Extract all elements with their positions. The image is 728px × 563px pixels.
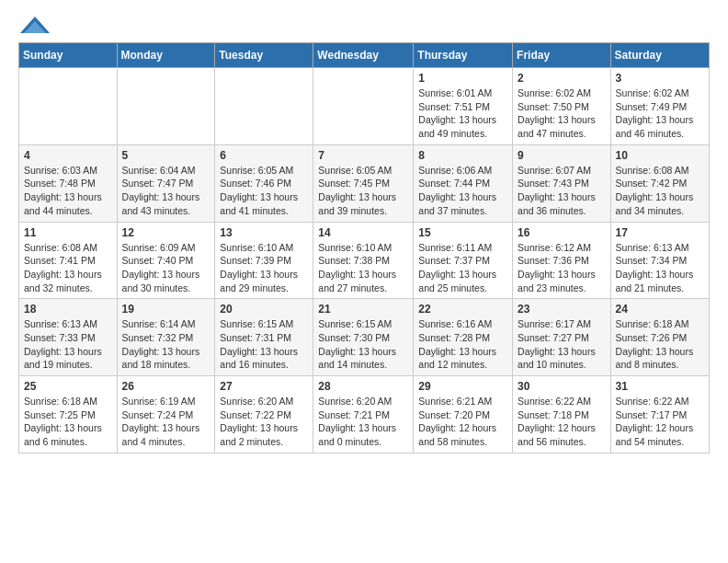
day-info: Sunrise: 6:03 AMSunset: 7:48 PMDaylight:… — [24, 164, 112, 218]
logo-icon — [18, 15, 51, 33]
day-number: 10 — [616, 149, 704, 162]
calendar-cell: 17Sunrise: 6:13 AMSunset: 7:34 PMDayligh… — [610, 222, 709, 299]
day-info: Sunrise: 6:02 AMSunset: 7:50 PMDaylight:… — [518, 86, 606, 141]
calendar-cell: 4Sunrise: 6:03 AMSunset: 7:48 PMDaylight… — [19, 144, 118, 222]
calendar-cell: 20Sunrise: 6:15 AMSunset: 7:31 PMDayligh… — [215, 299, 313, 376]
day-info: Sunrise: 6:20 AMSunset: 7:21 PMDaylight:… — [318, 395, 408, 449]
col-header-sunday: Sunday — [19, 43, 118, 68]
day-info: Sunrise: 6:01 AMSunset: 7:51 PMDaylight:… — [418, 86, 507, 141]
calendar-cell — [313, 68, 414, 145]
day-info: Sunrise: 6:07 AMSunset: 7:43 PMDaylight:… — [518, 164, 606, 218]
header — [18, 15, 710, 33]
calendar-cell: 26Sunrise: 6:19 AMSunset: 7:24 PMDayligh… — [117, 376, 215, 454]
calendar-cell: 9Sunrise: 6:07 AMSunset: 7:43 PMDaylight… — [513, 144, 611, 222]
day-number: 19 — [122, 303, 210, 316]
day-number: 15 — [418, 226, 507, 239]
day-number: 5 — [122, 149, 210, 162]
calendar-cell: 18Sunrise: 6:13 AMSunset: 7:33 PMDayligh… — [19, 299, 118, 376]
calendar-cell: 7Sunrise: 6:05 AMSunset: 7:45 PMDaylight… — [313, 144, 414, 222]
col-header-thursday: Thursday — [414, 43, 513, 68]
day-number: 13 — [220, 226, 308, 239]
col-header-saturday: Saturday — [610, 43, 709, 68]
calendar-cell: 31Sunrise: 6:22 AMSunset: 7:17 PMDayligh… — [610, 376, 709, 454]
calendar-cell: 2Sunrise: 6:02 AMSunset: 7:50 PMDaylight… — [513, 68, 611, 145]
day-info: Sunrise: 6:22 AMSunset: 7:17 PMDaylight:… — [616, 395, 704, 449]
day-info: Sunrise: 6:13 AMSunset: 7:34 PMDaylight:… — [616, 241, 704, 295]
day-info: Sunrise: 6:05 AMSunset: 7:45 PMDaylight:… — [318, 164, 408, 218]
calendar-cell: 19Sunrise: 6:14 AMSunset: 7:32 PMDayligh… — [117, 299, 215, 376]
calendar-cell: 30Sunrise: 6:22 AMSunset: 7:18 PMDayligh… — [513, 376, 611, 454]
week-row: 11Sunrise: 6:08 AMSunset: 7:41 PMDayligh… — [19, 222, 710, 299]
calendar-cell: 25Sunrise: 6:18 AMSunset: 7:25 PMDayligh… — [19, 376, 118, 454]
calendar-cell: 10Sunrise: 6:08 AMSunset: 7:42 PMDayligh… — [610, 144, 709, 222]
calendar-cell: 13Sunrise: 6:10 AMSunset: 7:39 PMDayligh… — [215, 222, 313, 299]
col-header-friday: Friday — [513, 43, 611, 68]
day-info: Sunrise: 6:06 AMSunset: 7:44 PMDaylight:… — [418, 164, 507, 218]
day-number: 30 — [518, 380, 606, 393]
day-info: Sunrise: 6:10 AMSunset: 7:39 PMDaylight:… — [220, 241, 308, 295]
day-number: 27 — [220, 380, 308, 393]
day-number: 22 — [418, 303, 507, 316]
calendar-cell: 14Sunrise: 6:10 AMSunset: 7:38 PMDayligh… — [313, 222, 414, 299]
day-info: Sunrise: 6:04 AMSunset: 7:47 PMDaylight:… — [122, 164, 210, 218]
day-number: 23 — [518, 303, 606, 316]
day-number: 26 — [122, 380, 210, 393]
day-info: Sunrise: 6:08 AMSunset: 7:41 PMDaylight:… — [24, 241, 112, 295]
day-info: Sunrise: 6:12 AMSunset: 7:36 PMDaylight:… — [518, 241, 606, 295]
calendar-cell: 6Sunrise: 6:05 AMSunset: 7:46 PMDaylight… — [215, 144, 313, 222]
col-header-monday: Monday — [117, 43, 215, 68]
day-number: 31 — [616, 380, 704, 393]
day-number: 3 — [616, 72, 704, 85]
day-info: Sunrise: 6:18 AMSunset: 7:25 PMDaylight:… — [24, 395, 112, 449]
day-info: Sunrise: 6:15 AMSunset: 7:31 PMDaylight:… — [220, 317, 308, 372]
col-header-tuesday: Tuesday — [215, 43, 313, 68]
day-number: 20 — [220, 303, 308, 316]
day-info: Sunrise: 6:02 AMSunset: 7:49 PMDaylight:… — [616, 86, 704, 141]
week-row: 4Sunrise: 6:03 AMSunset: 7:48 PMDaylight… — [19, 144, 710, 222]
day-info: Sunrise: 6:09 AMSunset: 7:40 PMDaylight:… — [122, 241, 210, 295]
day-number: 6 — [220, 149, 308, 162]
day-number: 17 — [616, 226, 704, 239]
calendar-table: SundayMondayTuesdayWednesdayThursdayFrid… — [18, 42, 710, 454]
day-info: Sunrise: 6:19 AMSunset: 7:24 PMDaylight:… — [122, 395, 210, 449]
day-number: 2 — [518, 72, 606, 85]
calendar-cell: 1Sunrise: 6:01 AMSunset: 7:51 PMDaylight… — [414, 68, 513, 145]
day-number: 8 — [418, 149, 507, 162]
calendar-cell: 27Sunrise: 6:20 AMSunset: 7:22 PMDayligh… — [215, 376, 313, 454]
calendar-cell: 28Sunrise: 6:20 AMSunset: 7:21 PMDayligh… — [313, 376, 414, 454]
calendar-cell: 21Sunrise: 6:15 AMSunset: 7:30 PMDayligh… — [313, 299, 414, 376]
calendar-cell: 15Sunrise: 6:11 AMSunset: 7:37 PMDayligh… — [414, 222, 513, 299]
day-number: 28 — [318, 380, 408, 393]
calendar-cell — [19, 68, 118, 145]
day-number: 9 — [518, 149, 606, 162]
day-info: Sunrise: 6:13 AMSunset: 7:33 PMDaylight:… — [24, 317, 112, 372]
calendar-cell: 16Sunrise: 6:12 AMSunset: 7:36 PMDayligh… — [513, 222, 611, 299]
day-info: Sunrise: 6:05 AMSunset: 7:46 PMDaylight:… — [220, 164, 308, 218]
day-info: Sunrise: 6:18 AMSunset: 7:26 PMDaylight:… — [616, 317, 704, 372]
day-info: Sunrise: 6:22 AMSunset: 7:18 PMDaylight:… — [518, 395, 606, 449]
week-row: 1Sunrise: 6:01 AMSunset: 7:51 PMDaylight… — [19, 68, 710, 145]
calendar-cell: 8Sunrise: 6:06 AMSunset: 7:44 PMDaylight… — [414, 144, 513, 222]
day-number: 25 — [24, 380, 112, 393]
day-number: 11 — [24, 226, 112, 239]
day-info: Sunrise: 6:20 AMSunset: 7:22 PMDaylight:… — [220, 395, 308, 449]
day-number: 21 — [318, 303, 408, 316]
day-info: Sunrise: 6:10 AMSunset: 7:38 PMDaylight:… — [318, 241, 408, 295]
day-number: 4 — [24, 149, 112, 162]
calendar-cell: 24Sunrise: 6:18 AMSunset: 7:26 PMDayligh… — [610, 299, 709, 376]
calendar-cell — [215, 68, 313, 145]
calendar-cell — [117, 68, 215, 145]
day-number: 12 — [122, 226, 210, 239]
calendar-cell: 11Sunrise: 6:08 AMSunset: 7:41 PMDayligh… — [19, 222, 118, 299]
day-number: 29 — [418, 380, 507, 393]
day-info: Sunrise: 6:08 AMSunset: 7:42 PMDaylight:… — [616, 164, 704, 218]
day-number: 1 — [418, 72, 507, 85]
calendar-cell: 29Sunrise: 6:21 AMSunset: 7:20 PMDayligh… — [414, 376, 513, 454]
day-info: Sunrise: 6:14 AMSunset: 7:32 PMDaylight:… — [122, 317, 210, 372]
day-info: Sunrise: 6:11 AMSunset: 7:37 PMDaylight:… — [418, 241, 507, 295]
day-number: 14 — [318, 226, 408, 239]
day-number: 18 — [24, 303, 112, 316]
day-info: Sunrise: 6:15 AMSunset: 7:30 PMDaylight:… — [318, 317, 408, 372]
day-info: Sunrise: 6:17 AMSunset: 7:27 PMDaylight:… — [518, 317, 606, 372]
day-info: Sunrise: 6:21 AMSunset: 7:20 PMDaylight:… — [418, 395, 507, 449]
